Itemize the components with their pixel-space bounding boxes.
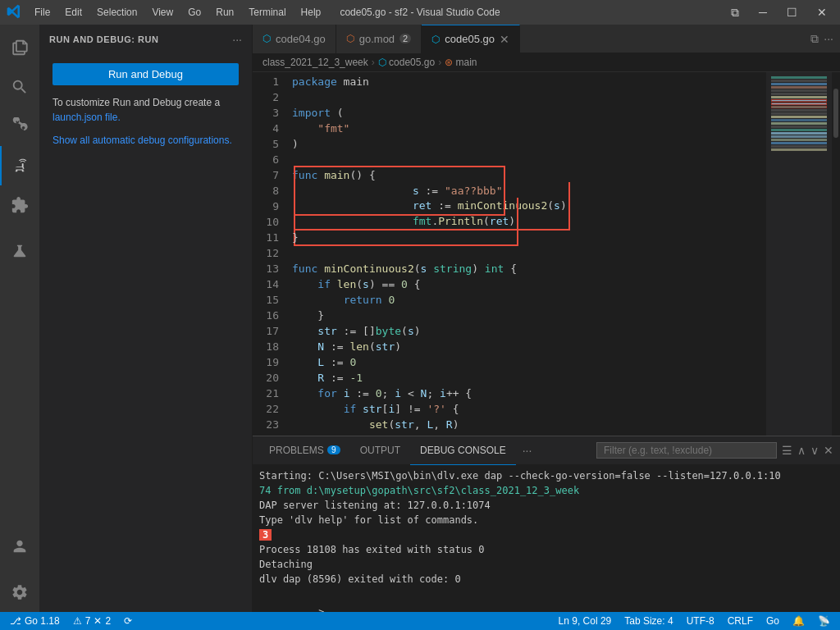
menu-go[interactable]: Go	[181, 5, 208, 20]
tab-debug-console[interactable]: DEBUG CONSOLE	[410, 436, 516, 465]
sidebar: RUN AND DEBUG: RUN ··· Run and Debug To …	[39, 25, 253, 612]
window-minimize-btn[interactable]: ─	[752, 4, 774, 21]
sidebar-item-settings[interactable]	[0, 573, 39, 612]
sidebar-show-all[interactable]: Show all automatic debug configurations.	[52, 133, 239, 148]
sync-icon: ⟳	[124, 615, 132, 627]
error-icon: ✕	[94, 615, 102, 627]
breadcrumb-folder[interactable]: class_2021_12_3_week	[262, 57, 368, 68]
launch-json-link[interactable]: launch.json file.	[52, 112, 121, 123]
sidebar-item-run-debug[interactable]	[0, 146, 39, 185]
tab-gomod[interactable]: ⬡ go.mod 2	[336, 25, 422, 53]
code-line-1: package main	[292, 74, 766, 89]
titlebar: File Edit Selection View Go Run Terminal…	[0, 0, 840, 25]
menu-help[interactable]: Help	[294, 5, 328, 20]
sidebar-item-extensions[interactable]	[0, 185, 39, 225]
tab-code04-label: code04.go	[276, 33, 326, 45]
result-badge: 3	[259, 529, 272, 541]
panel-actions: ☰ ∧ ∨ ✕	[596, 442, 833, 459]
code-line-14: if len(s) == 0 {	[292, 276, 766, 292]
sidebar-item-accounts[interactable]	[0, 527, 39, 566]
terminal-line-6: Process 18108 has exited with status 0	[259, 542, 833, 557]
editor-content: 12345 678910 1112131415 1617181920 21222…	[253, 72, 840, 436]
menu-selection[interactable]: Selection	[90, 5, 144, 20]
panel-scroll-up-btn[interactable]: ∧	[797, 444, 806, 457]
menu-run[interactable]: Run	[209, 5, 240, 20]
status-right: Ln 9, Col 29 Tab Size: 4 UTF-8 CRLF Go 🔔…	[555, 615, 833, 627]
breadcrumb-file[interactable]: ⬡ code05.go	[378, 57, 435, 68]
code-line-18: N := len(str)	[292, 339, 766, 354]
status-broadcast[interactable]: 📡	[815, 615, 833, 627]
panel-scroll-down-btn[interactable]: ∨	[810, 444, 819, 457]
menu-bar: File Edit Selection View Go Run Terminal…	[28, 5, 327, 20]
warning-count: 7	[85, 615, 91, 627]
sidebar-item-source-control[interactable]	[0, 107, 39, 146]
status-encoding[interactable]: UTF-8	[683, 615, 718, 627]
editor-main: 12345 678910 1112131415 1617181920 21222…	[253, 72, 840, 436]
split-editor-btn[interactable]: ⧉	[810, 32, 819, 46]
status-tab-size[interactable]: Tab Size: 4	[621, 615, 676, 627]
tab-output[interactable]: OUTPUT	[350, 436, 410, 465]
status-position[interactable]: Ln 9, Col 29	[555, 615, 615, 627]
panel-close-btn[interactable]: ✕	[824, 444, 833, 457]
terminal-line-7: Detaching	[259, 557, 833, 572]
sidebar-more-btn[interactable]: ···	[232, 33, 242, 46]
go-file-icon: ⬡	[262, 33, 271, 44]
terminal-line-4: Type 'dlv help' for list of commands.	[259, 513, 833, 527]
window-maximize-btn[interactable]: ☐	[780, 4, 804, 21]
status-bell[interactable]: 🔔	[789, 615, 808, 627]
code-line-2	[292, 89, 766, 105]
scrollbar-thumb[interactable]	[833, 89, 838, 138]
tab-code05-close[interactable]: ✕	[500, 33, 509, 46]
position-label: Ln 9, Col 29	[559, 615, 612, 627]
more-tabs-btn[interactable]: ···	[824, 32, 833, 45]
status-language[interactable]: Go	[763, 615, 783, 627]
menu-view[interactable]: View	[145, 5, 180, 20]
breadcrumb-sep2: ›	[438, 57, 441, 68]
status-branch[interactable]: ⎇ Go 1.18	[7, 615, 63, 627]
bell-icon: 🔔	[792, 615, 805, 627]
prompt-arrow: >	[318, 606, 324, 612]
show-all-debug-link[interactable]: Show all automatic debug configurations.	[52, 135, 232, 146]
tab-code04[interactable]: ⬡ code04.go	[253, 25, 336, 53]
status-sync[interactable]: ⟳	[121, 615, 135, 627]
panel-more-btn[interactable]: ···	[523, 444, 532, 457]
terminal-prompt[interactable]: >	[259, 590, 833, 612]
tab-code05[interactable]: ⬡ code05.go ✕	[422, 25, 520, 53]
menu-edit[interactable]: Edit	[58, 5, 89, 20]
tab-code05-label: code05.go	[445, 33, 495, 45]
sidebar-item-search[interactable]	[0, 67, 39, 107]
sidebar-item-explorer[interactable]	[0, 28, 39, 67]
code-editor[interactable]: package main import ( "fmt" ) func main(…	[285, 72, 766, 436]
tab-problems[interactable]: PROBLEMS 9	[259, 436, 350, 465]
breadcrumb-sep1: ›	[372, 57, 375, 68]
sidebar-header-actions: ···	[232, 33, 242, 46]
tab-size-label: Tab Size: 4	[624, 615, 673, 627]
vertical-scrollbar[interactable]	[832, 72, 840, 436]
main-container: RUN AND DEBUG: RUN ··· Run and Debug To …	[0, 25, 840, 612]
window-close-btn[interactable]: ✕	[810, 4, 833, 21]
run-debug-button[interactable]: Run and Debug	[52, 63, 239, 85]
code-line-8: s := "aa??bbb"	[292, 183, 766, 199]
code-line-20: R := -1	[292, 370, 766, 386]
code-line-3: import (	[292, 105, 766, 121]
breadcrumb-symbol[interactable]: ⊛ main	[445, 57, 477, 68]
window-title: code05.go - sf2 - Visual Studio Code	[340, 7, 500, 18]
code-line-12	[292, 245, 766, 261]
problems-label: PROBLEMS	[269, 445, 324, 456]
code-line-21: for i := 0; i < N; i++ {	[292, 386, 766, 401]
sidebar-item-test[interactable]	[0, 231, 39, 271]
filter-input[interactable]	[596, 442, 777, 459]
status-eol[interactable]: CRLF	[724, 615, 756, 627]
problems-badge: 9	[327, 445, 340, 454]
breadcrumb: class_2021_12_3_week › ⬡ code05.go › ⊛ m…	[253, 53, 840, 72]
code-line-22: if str[i] != '?' {	[292, 401, 766, 417]
window-layout-btn[interactable]: ⧉	[724, 4, 746, 21]
debug-console-label: DEBUG CONSOLE	[420, 445, 506, 456]
sidebar-content: Run and Debug To customize Run and Debug…	[39, 53, 252, 612]
menu-file[interactable]: File	[28, 5, 57, 20]
terminal-line-5: 3	[259, 527, 833, 542]
panel-wrap-btn[interactable]: ☰	[782, 444, 792, 457]
menu-terminal[interactable]: Terminal	[242, 5, 292, 20]
terminal-line-8: dlv dap (8596) exited with code: 0	[259, 572, 833, 587]
status-warnings[interactable]: ⚠ 7 ✕ 2	[70, 615, 114, 627]
